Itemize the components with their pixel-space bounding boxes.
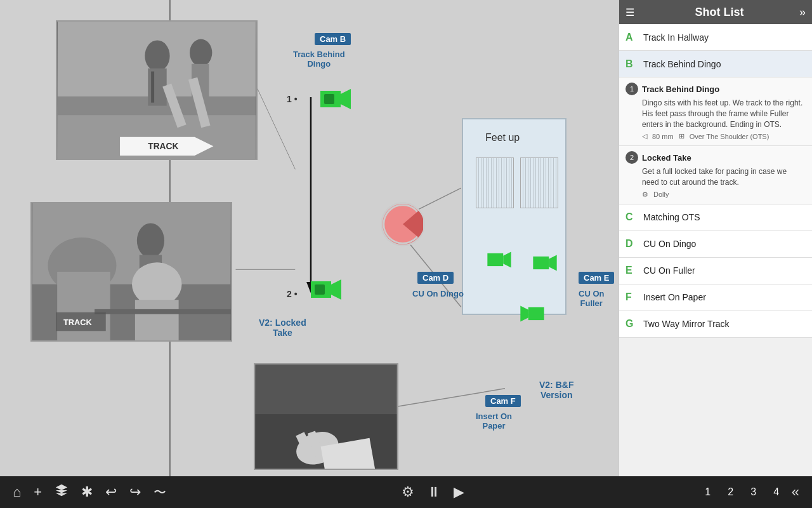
asterisk-button[interactable]: ✱ bbox=[81, 484, 93, 500]
lens-value: 80 mm bbox=[652, 133, 674, 140]
svg-marker-45 bbox=[487, 253, 503, 266]
room-box: Feet up bbox=[462, 118, 566, 315]
cam-e-label: Cam E bbox=[579, 272, 614, 284]
cam-token bbox=[381, 202, 425, 246]
page-4-button[interactable]: 4 bbox=[769, 486, 784, 498]
camera-icon-1 bbox=[320, 88, 351, 113]
layers-button[interactable] bbox=[55, 483, 69, 501]
cam-b-label: Cam B bbox=[315, 33, 351, 45]
toolbar-left: ⌂ + ✱ ↩ ↪ 〜 bbox=[13, 483, 166, 501]
shot-item-c[interactable]: C Matching OTS bbox=[619, 204, 812, 231]
redo-button[interactable]: ↪ bbox=[129, 484, 141, 500]
svg-marker-46 bbox=[503, 252, 511, 268]
shot-detail-b2: 2 Locked Take Get a full locked take for… bbox=[619, 146, 812, 204]
camera-icon-d2 bbox=[533, 254, 557, 274]
svg-point-10 bbox=[145, 40, 169, 71]
svg-rect-28 bbox=[95, 309, 231, 314]
svg-point-13 bbox=[190, 39, 212, 66]
svg-marker-39 bbox=[341, 89, 351, 109]
shot-list-panel: ☰ Shot List » A Track In Hallway B Track… bbox=[619, 0, 812, 476]
shot-item-e[interactable]: E CU On Fuller bbox=[619, 258, 812, 284]
settings-button[interactable]: ⚙ bbox=[402, 484, 414, 500]
page-1-button[interactable]: 1 bbox=[700, 486, 716, 498]
undo-button[interactable]: ↩ bbox=[105, 484, 117, 500]
cam-d-label: Cam D bbox=[417, 272, 454, 284]
camera-icon-d3 bbox=[520, 305, 544, 325]
storyboard-image-3: prison7.jpg bbox=[254, 363, 291, 373]
home-button[interactable]: ⌂ bbox=[13, 484, 21, 500]
shot-label-c: Matching OTS bbox=[643, 212, 700, 222]
dolly-value: Dolly bbox=[653, 190, 669, 198]
shot-letter-e: E bbox=[625, 265, 638, 276]
svg-marker-48 bbox=[549, 255, 556, 271]
shot-num-1: 1 bbox=[625, 83, 638, 95]
shot-item-d[interactable]: D CU On Dingo bbox=[619, 231, 812, 258]
nav-left-button[interactable]: « bbox=[792, 484, 799, 500]
toolbar-right: 1 2 3 4 « bbox=[700, 484, 799, 500]
shot-letter-b: B bbox=[625, 58, 638, 70]
svg-marker-47 bbox=[533, 257, 549, 269]
cam-f-label: Cam F bbox=[485, 395, 521, 407]
shot-label-f: Insert On Paper bbox=[643, 292, 706, 302]
svg-rect-43 bbox=[315, 284, 325, 295]
shot-num-2: 2 bbox=[625, 151, 638, 164]
shot-desc-1: Dingo sits with his feet up. We track to… bbox=[642, 98, 806, 130]
shot-letter-d: D bbox=[625, 238, 638, 250]
shot-title-2: Locked Take bbox=[642, 153, 691, 163]
diagram-canvas: TRACK prison3.jpg bbox=[0, 0, 619, 476]
svg-text:TRACK: TRACK bbox=[63, 318, 92, 327]
svg-rect-40 bbox=[324, 94, 334, 104]
angle-value: Over The Shoulder (OTS) bbox=[690, 133, 769, 140]
bottom-toolbar: ⌂ + ✱ ↩ ↪ 〜 ⚙ ⏸ ▶ 1 2 3 4 « bbox=[0, 476, 812, 508]
shot-letter-f: F bbox=[625, 291, 638, 303]
panel-title: Shot List bbox=[639, 6, 799, 19]
svg-point-22 bbox=[137, 223, 164, 258]
svg-marker-50 bbox=[520, 306, 528, 322]
cam-f-sub: Insert OnPaper bbox=[476, 411, 512, 431]
camera-icon-2 bbox=[311, 278, 341, 304]
svg-text:TRACK: TRACK bbox=[148, 142, 178, 151]
panel-header: ☰ Shot List » bbox=[619, 0, 812, 24]
add-button[interactable]: + bbox=[34, 484, 42, 500]
angle-icon: ⊞ bbox=[679, 132, 684, 140]
cam-e-sub: CU OnFuller bbox=[579, 289, 604, 308]
shot-list: A Track In Hallway B Track Behind Dingo … bbox=[619, 24, 812, 476]
dolly-icon: ⚙ bbox=[642, 190, 648, 199]
shot-item-a[interactable]: A Track In Hallway bbox=[619, 24, 812, 51]
shot-item-b[interactable]: B Track Behind Dingo bbox=[619, 51, 812, 77]
expand-icon[interactable]: » bbox=[799, 6, 806, 19]
shot-desc-2: Get a full locked take for pacing in cas… bbox=[642, 166, 806, 188]
draw-button[interactable]: 〜 bbox=[154, 484, 166, 501]
cam-d-sub: CU On Dingo bbox=[412, 289, 464, 298]
page-3-button[interactable]: 3 bbox=[746, 486, 761, 498]
toolbar-center: ⚙ ⏸ ▶ bbox=[402, 484, 464, 500]
list-icon: ☰ bbox=[625, 6, 634, 18]
v2-bf-label: V2: B&FVersion bbox=[539, 380, 573, 400]
svg-rect-12 bbox=[151, 72, 154, 103]
storyboard-image-1: TRACK prison3.jpg bbox=[56, 20, 93, 30]
storyboard-image-2: TRACK prison4.jpg bbox=[30, 202, 68, 212]
position-1-label: 1 • bbox=[287, 94, 298, 104]
cam-b-sub: Track BehindDingo bbox=[293, 50, 345, 69]
svg-rect-27 bbox=[135, 300, 179, 340]
shot-meta-1: ◁ 80 mm ⊞ Over The Shoulder (OTS) bbox=[642, 132, 806, 140]
shot-item-f[interactable]: F Insert On Paper bbox=[619, 284, 812, 311]
shot-detail-b1: 1 Track Behind Dingo Dingo sits with his… bbox=[619, 77, 812, 146]
position-2-label: 2 • bbox=[287, 289, 298, 299]
play-button[interactable]: ▶ bbox=[454, 484, 464, 500]
shot-item-g[interactable]: G Two Way Mirror Track bbox=[619, 311, 812, 338]
shot-label-g: Two Way Mirror Track bbox=[643, 319, 730, 329]
pause-button[interactable]: ⏸ bbox=[427, 484, 441, 500]
shot-label-d: CU On Dingo bbox=[643, 239, 696, 249]
shot-meta-2: ⚙ Dolly bbox=[642, 190, 806, 199]
shot-title-1: Track Behind Dingo bbox=[642, 84, 719, 94]
page-2-button[interactable]: 2 bbox=[723, 486, 738, 498]
camera-icon-d1 bbox=[487, 251, 511, 271]
lens-icon: ◁ bbox=[642, 132, 647, 140]
svg-marker-42 bbox=[331, 279, 341, 300]
shot-label-e: CU On Fuller bbox=[643, 265, 695, 276]
shot-letter-a: A bbox=[625, 32, 638, 43]
shot-label-b: Track Behind Dingo bbox=[643, 59, 721, 69]
svg-point-26 bbox=[132, 262, 182, 306]
shot-label-a: Track In Hallway bbox=[643, 32, 709, 43]
